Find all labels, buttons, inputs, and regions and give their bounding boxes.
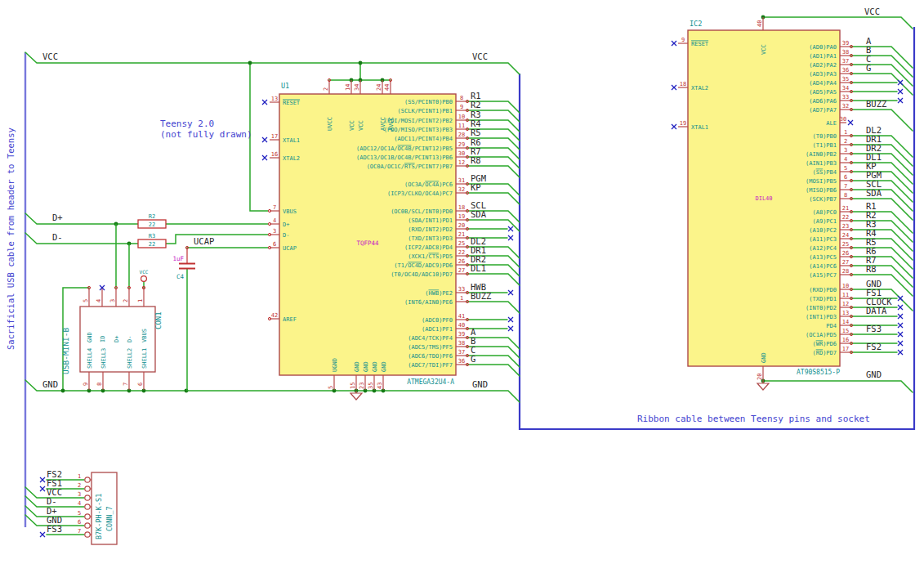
- ic2-pin-number: 23: [842, 223, 849, 230]
- u1-pin-name: (TXD/INT3)PD3: [408, 235, 453, 242]
- no-connect-icon: [508, 226, 513, 231]
- u1-refdes: U1: [281, 82, 289, 90]
- ic2-pin-name: (SS)PB4: [812, 169, 837, 176]
- ic2-pin-name: (RD)PD7: [812, 350, 837, 356]
- con1-pin-number: 4: [96, 299, 102, 302]
- ic2-pin-name: (WR)PD6: [812, 341, 837, 347]
- schematic-svg: U1TQFP44ATMEGA32U4-A13RESET17XTAL116XTAL…: [0, 0, 924, 564]
- conn7-pin-number: 4: [78, 500, 81, 507]
- wire: [166, 235, 268, 244]
- u1-symbol[interactable]: U1TQFP44ATMEGA32U4-A13RESET17XTAL116XTAL…: [262, 78, 469, 390]
- u1-pin-number: 22: [458, 249, 465, 256]
- u1-pin-number: 17: [271, 133, 278, 140]
- ic2-pin-number: 7: [844, 183, 847, 190]
- u1-pin-number: 9: [460, 104, 463, 110]
- u1-pin-number: 24: [376, 84, 382, 91]
- u1-pin-number: 7: [273, 204, 276, 211]
- ic2-package: DIL40: [755, 195, 772, 202]
- con1-pin-number: 3: [109, 299, 116, 302]
- no-connect-icon: [40, 477, 45, 482]
- u1-pin-name: (ICP3/CLKO/OC4A)PC7: [387, 190, 453, 197]
- u1-pin-name: XTAL2: [283, 155, 300, 162]
- u1-pin-number: 37: [458, 349, 465, 356]
- ic2-pin-name: (AD5)PA5: [809, 89, 837, 96]
- u1-pin-name: (ICP2/ADC8)PD4: [404, 244, 453, 251]
- r2-symbol[interactable]: R222: [138, 213, 166, 228]
- ic2-pin-number: 8: [844, 192, 847, 199]
- net-label-gnd: GND: [42, 379, 58, 389]
- net-label-d-: D-: [47, 496, 57, 506]
- ic2-pin-name: VCC: [761, 44, 767, 55]
- net-label-sda: SDA: [471, 209, 487, 219]
- wire: [467, 302, 520, 313]
- net-label-gnd: GND: [472, 379, 488, 389]
- u1-pin-number: 32: [458, 186, 465, 193]
- con1-symbol[interactable]: USB-MINI-BCON15GND4ID3D+2D-1VBUS9SHELL48…: [61, 285, 163, 390]
- ic2-refdes: IC2: [690, 20, 702, 28]
- u1-pin-number: 16: [271, 151, 278, 158]
- ic2-pin-name: (A8)PC0: [812, 209, 837, 216]
- net-label-vcc: VCC: [42, 51, 58, 61]
- net-label-r8: R8: [471, 155, 481, 165]
- u1-pin-name: GND: [354, 361, 360, 372]
- u1-pin-name: (ADC5/TMS)PF5: [408, 344, 453, 351]
- ic2-pin-name: (A14)PC6: [809, 263, 837, 270]
- u1-pin-number: 33: [458, 286, 465, 293]
- wire: [25, 233, 138, 244]
- con1-pin-name: D+: [114, 336, 120, 342]
- u1-pin-number: 27: [458, 267, 465, 274]
- ic2-pin-name: RESET: [691, 41, 709, 47]
- no-connect-icon: [898, 98, 903, 103]
- ic2-pin-number: 22: [842, 214, 849, 221]
- ic2-pin-number: 9: [681, 37, 685, 43]
- ic2-symbol[interactable]: IC2DIL40AT90S8515-P9RESET18XTAL219XTAL13…: [672, 17, 853, 381]
- u1-pin-name: (RXD/INT2)PD2: [408, 226, 453, 233]
- wire: [763, 381, 913, 392]
- no-connect-icon: [898, 80, 903, 85]
- u1-pin-name: VBUS: [283, 208, 297, 215]
- wire: [851, 110, 913, 131]
- junction-dot: [248, 61, 252, 65]
- no-connect-icon: [40, 486, 45, 491]
- ic2-pin-number: 36: [842, 67, 849, 74]
- u1-pin-number: 11: [458, 123, 465, 129]
- con1-pin-number: 6: [137, 383, 144, 386]
- u1-pin-name: UVCC: [327, 117, 333, 131]
- u1-pin-name: (ADC4/TCK)PF4: [408, 335, 453, 342]
- u1-pin-number: 28: [458, 132, 465, 138]
- r2-refdes: R2: [149, 213, 155, 220]
- u1-pin-number: 35: [368, 383, 374, 389]
- u1-pin-name: VCC: [358, 120, 364, 131]
- note-teensy-line2: (not fully drawn): [160, 129, 252, 140]
- r3-symbol[interactable]: R322: [138, 233, 166, 248]
- gnd-symbol: [757, 381, 769, 390]
- ic2-pin-number: 5: [844, 165, 847, 172]
- ic2-pin-name: (AD7)PA7: [809, 107, 837, 114]
- con1-pin-name: SHELL3: [100, 348, 107, 369]
- con1-pin-name: D-: [127, 336, 133, 342]
- c4-symbol[interactable]: 1uFC4: [172, 246, 195, 280]
- ic2-pin-name: (A15)PC7: [809, 272, 837, 279]
- no-connect-icon: [898, 323, 903, 328]
- u1-pin-name: (OC3A/OC4A)PC6: [404, 181, 453, 188]
- ic2-pin-number: 18: [680, 81, 686, 87]
- ic2-pin-name: (INT0)PD2: [806, 305, 837, 311]
- u1-pin-name: GND: [381, 361, 387, 372]
- net-label-ucap: UCAP: [194, 236, 214, 246]
- ic2-pin-number: 34: [842, 85, 849, 92]
- u1-pin-number: 5: [328, 386, 334, 389]
- ic2-pin-name: (A10)PC2: [809, 227, 837, 234]
- con1-pin-name: VBUS: [141, 329, 148, 342]
- u1-pin-name: (SS/PCINT0)PB0: [404, 99, 453, 105]
- u1-pin-name: (ADC7/TDI)PF7: [408, 362, 453, 369]
- conn7-pin-5: 5: [78, 510, 92, 519]
- u1-pin-number: 25: [458, 240, 465, 247]
- ic2-pin-number: 25: [842, 241, 849, 248]
- u1-pin-number: 15: [350, 383, 356, 389]
- u1-part-name: ATMEGA32U4-A: [407, 378, 454, 386]
- u1-pin-name: D+: [283, 222, 289, 228]
- ic2-pin-number: 37: [842, 58, 849, 65]
- ic2-pin-name: (AIN0)PB2: [806, 151, 837, 158]
- net-label-fs3: FS3: [866, 324, 882, 333]
- u1-pin-number: 26: [458, 258, 465, 265]
